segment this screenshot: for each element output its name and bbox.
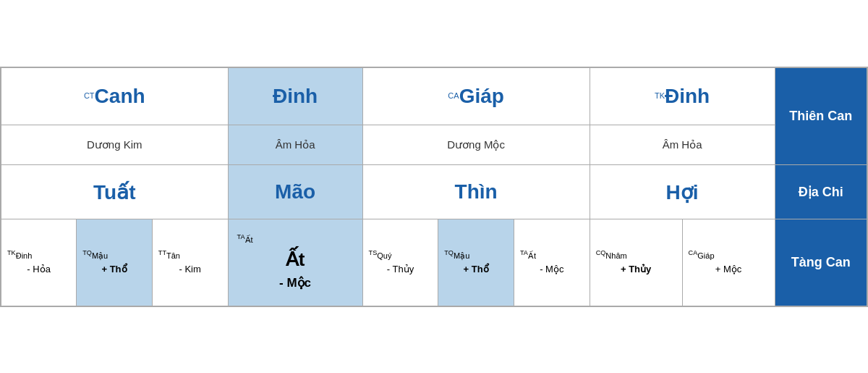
- col1-tc1-element: - Hỏa: [27, 262, 51, 277]
- col3-tc1-element: - Thủy: [387, 262, 414, 277]
- col1-tc1-prefix: TKĐinh: [4, 248, 32, 261]
- col1-tc3-prefix: TTTân: [156, 248, 180, 261]
- diachi-header: Địa Chi: [775, 165, 867, 219]
- col3-tc3-prefix: TAẤt: [517, 248, 536, 261]
- col1-prefix: CT: [84, 91, 95, 99]
- col4-name: Đinh: [665, 85, 710, 107]
- col1-tangcan-2: TQMậu + Thổ: [77, 219, 153, 306]
- col1-tangcan-3: TTTân - Kim: [152, 219, 228, 306]
- col1-tangcan-1: TKĐinh - Hỏa: [1, 219, 77, 306]
- col4-element: Âm Hỏa: [590, 125, 775, 165]
- col1-thiencan: CTCanh: [1, 67, 228, 125]
- col4-prefix: TK: [655, 91, 665, 99]
- col2-diachi: Mão: [228, 165, 362, 219]
- col1-name: Canh: [95, 85, 145, 107]
- col2-name: Đinh: [273, 85, 318, 107]
- col2-tc-prefix: TAẤt: [231, 232, 253, 246]
- col2-tangcan: TAẤt Ất - Mộc: [228, 219, 362, 306]
- col2-tc-name: Ất: [286, 246, 305, 274]
- col1-diachi: Tuất: [1, 165, 228, 219]
- col4-tc1-prefix: CQNhâm: [593, 248, 627, 261]
- col4-tc1-element: + Thủy: [621, 262, 651, 277]
- col4-tc2-element: + Mộc: [715, 262, 742, 277]
- col3-tc1-prefix: TSQuý: [366, 248, 392, 261]
- col3-tc3-element: - Mộc: [540, 262, 563, 277]
- col3-name: Giáp: [459, 85, 504, 107]
- col3-prefix: CA: [448, 91, 459, 99]
- col1-tc2-prefix: TQMậu: [80, 248, 108, 261]
- col3-tc2-element: + Thổ: [464, 262, 489, 277]
- tangcan-header: Tàng Can: [775, 219, 867, 306]
- col2-tc-element: - Mộc: [279, 274, 311, 293]
- col3-tangcan-1: TSQuý - Thủy: [362, 219, 438, 306]
- col1-tc3-element: - Kim: [179, 262, 201, 277]
- col3-tc2-prefix: TQMậu: [441, 248, 469, 261]
- thiencan-header: Thiên Can: [775, 67, 867, 165]
- col1-tc2-element: + Thổ: [101, 262, 127, 277]
- col4-diachi: Hợi: [590, 165, 775, 219]
- col3-tangcan-3: TAẤt - Mộc: [514, 219, 590, 306]
- col3-thiencan: CAGiáp: [362, 67, 590, 125]
- col4-tangcan-2: CAGiáp + Mộc: [682, 219, 775, 306]
- col3-element: Dương Mộc: [362, 125, 590, 165]
- col2-thiencan: Đinh: [228, 67, 362, 125]
- col3-diachi: Thìn: [362, 165, 590, 219]
- col3-tangcan-2: TQMậu + Thổ: [438, 219, 514, 306]
- col2-element: Âm Hỏa: [228, 125, 362, 165]
- col1-element: Dương Kim: [1, 125, 228, 165]
- col4-tangcan-1: CQNhâm + Thủy: [590, 219, 682, 306]
- col4-thiencan: TKĐinh: [590, 67, 775, 125]
- main-table: CTCanh Đinh CAGiáp TKĐinh Thiên Can Dươn…: [0, 67, 868, 307]
- col4-tc2-prefix: CAGiáp: [686, 248, 715, 261]
